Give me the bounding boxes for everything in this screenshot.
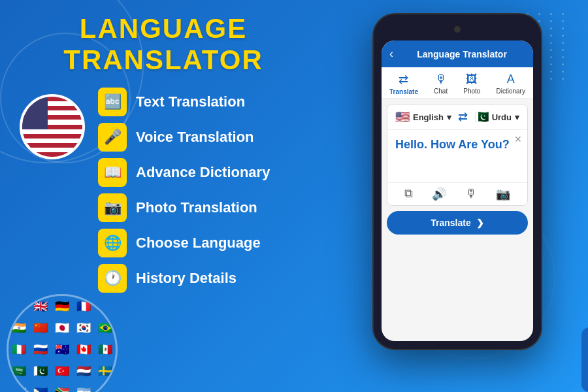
translator-area: 🇺🇸 English ▾ ⇄ 🇵🇰 Urdu ▾ Hello. How Are … (387, 104, 528, 206)
feature-icon-photo-translation: 📷 (98, 193, 127, 222)
feature-item-photo-translation[interactable]: 📷Photo Translation (98, 193, 307, 222)
globe-flag-23: 🇦🇷 (73, 382, 94, 392)
photo-nav-icon: 🖼 (466, 73, 478, 86)
feature-label-photo-translation: Photo Translation (136, 199, 257, 216)
nav-chat-label: Chat (434, 88, 448, 95)
nav-chat[interactable]: 🎙 Chat (434, 73, 448, 95)
source-flag: 🇺🇸 (395, 110, 410, 124)
phone-camera (454, 26, 461, 33)
feature-label-text-translation: Text Translation (136, 93, 245, 110)
right-panel: ‹ Language Translator ⇄ Translate 🎙 Chat… (327, 0, 588, 392)
globe-flag-20: 🇵🇱 (8, 382, 30, 392)
source-lang-chevron: ▾ (447, 112, 451, 122)
feature-icon-history-details: 🕐 (98, 264, 127, 293)
target-lang-label: Urdu (492, 112, 512, 122)
globe-flag-2: 🇩🇪 (52, 296, 73, 318)
translate-btn-arrow: ❯ (476, 218, 484, 228)
nav-translate[interactable]: ⇄ Translate (389, 73, 418, 95)
globe-flag-5: 🇮🇳 (8, 318, 30, 339)
globe-container: 🇺🇸🇬🇧🇩🇪🇫🇷🇪🇸🇮🇳🇨🇳🇯🇵🇰🇷🇧🇷🇮🇹🇷🇺🇦🇺🇨🇦🇲🇽🇸🇦🇵🇰🇹🇷🇳🇱🇸🇪… (7, 294, 118, 392)
phone-mockup: ‹ Language Translator ⇄ Translate 🎙 Chat… (372, 13, 542, 350)
phone-notch (431, 22, 483, 37)
feature-item-voice-translation[interactable]: 🎤Voice Translation (98, 123, 307, 152)
target-lang-chevron: ▾ (515, 112, 519, 122)
globe-flag-16: 🇵🇰 (30, 360, 52, 382)
globe-flag-15: 🇸🇦 (8, 360, 30, 382)
feature-icon-text-translation: 🔤 (98, 88, 127, 116)
feature-label-history-details: History Details (136, 270, 237, 287)
globe-flag-8: 🇰🇷 (73, 318, 94, 339)
feature-item-choose-language[interactable]: 🌐Choose Language (98, 229, 307, 257)
us-flag (22, 97, 82, 157)
feature-label-choose-language: Choose Language (136, 235, 261, 252)
input-text: Hello. How Are You? (395, 138, 519, 152)
globe-flag-22: 🇿🇦 (52, 382, 73, 392)
source-lang-btn[interactable]: 🇺🇸 English ▾ (395, 110, 451, 124)
phone-header-title: Language Translator (399, 49, 525, 59)
globe-flag-19: 🇸🇪 (94, 360, 116, 382)
dict-nav-icon: A (507, 73, 515, 86)
feature-item-history-details[interactable]: 🕐History Details (98, 264, 307, 293)
nav-dictionary[interactable]: A Dictionary (496, 73, 525, 95)
globe-flag-14: 🇲🇽 (94, 339, 116, 361)
translate-btn-label: Translate (431, 218, 470, 228)
feature-item-advance-dictionary[interactable]: 📖Advance Dictionary (98, 158, 307, 187)
copy-icon[interactable]: ⧉ (404, 187, 413, 201)
nav-translate-label: Translate (389, 88, 418, 95)
globe-flag-6: 🇨🇳 (30, 318, 52, 339)
target-flag: 🇵🇰 (474, 110, 489, 124)
feature-icon-voice-translation: 🎤 (98, 123, 127, 152)
nav-photo[interactable]: 🖼 Photo (463, 73, 480, 95)
globe-flag-1: 🇬🇧 (30, 296, 52, 318)
phone-nav: ⇄ Translate 🎙 Chat 🖼 Photo A Dictionary (382, 67, 533, 99)
globe-flag-21: 🇵🇭 (30, 382, 52, 392)
features-list: 🔤Text Translation🎤Voice Translation📖Adva… (98, 88, 307, 299)
globe-flag-7: 🇯🇵 (52, 318, 73, 339)
globe-flag-0: 🇺🇸 (8, 296, 30, 318)
globe-flag-12: 🇦🇺 (52, 339, 73, 361)
globe-flags: 🇺🇸🇬🇧🇩🇪🇫🇷🇪🇸🇮🇳🇨🇳🇯🇵🇰🇷🇧🇷🇮🇹🇷🇺🇦🇺🇨🇦🇲🇽🇸🇦🇵🇰🇹🇷🇳🇱🇸🇪… (7, 294, 118, 392)
volume-icon[interactable]: 🔊 (432, 187, 446, 201)
translate-button[interactable]: Translate ❯ (387, 211, 528, 235)
globe-flag-11: 🇷🇺 (30, 339, 52, 361)
close-input-btn[interactable]: ✕ (514, 134, 522, 144)
back-icon[interactable]: ‹ (389, 47, 393, 61)
us-flag-circle (20, 94, 85, 159)
globe-flag-3: 🇫🇷 (73, 296, 94, 318)
globe-flag-4: 🇪🇸 (94, 296, 116, 318)
phone-header: ‹ Language Translator (382, 41, 533, 67)
app-title: LANGUAGE TRANSLATOR (20, 13, 307, 76)
phone-screen: ‹ Language Translator ⇄ Translate 🎙 Chat… (382, 41, 533, 341)
camera-icon[interactable]: 📷 (496, 187, 510, 201)
lang-selector: 🇺🇸 English ▾ ⇄ 🇵🇰 Urdu ▾ (387, 105, 527, 130)
feature-item-text-translation[interactable]: 🔤Text Translation (98, 88, 307, 116)
chat-nav-icon: 🎙 (435, 73, 447, 86)
source-lang-label: English (413, 112, 444, 122)
feature-label-voice-translation: Voice Translation (136, 129, 254, 146)
nav-photo-label: Photo (463, 88, 480, 95)
features-section: 🔤Text Translation🎤Voice Translation📖Adva… (20, 88, 307, 299)
globe-flag-9: 🇧🇷 (94, 318, 116, 339)
feature-icon-advance-dictionary: 📖 (98, 158, 127, 187)
globe-flag-18: 🇳🇱 (73, 360, 94, 382)
feature-label-advance-dictionary: Advance Dictionary (136, 164, 270, 181)
nav-dict-label: Dictionary (496, 88, 525, 95)
feature-icon-choose-language: 🌐 (98, 229, 127, 257)
translate-nav-icon: ⇄ (399, 73, 408, 87)
input-actions: ⧉ 🔊 🎙 📷 (387, 182, 527, 205)
globe-flag-24: 🇺🇦 (94, 382, 116, 392)
target-lang-btn[interactable]: 🇵🇰 Urdu ▾ (474, 110, 519, 124)
left-panel: LANGUAGE TRANSLATOR 🔤Text Translation🎤Vo… (0, 0, 327, 392)
mic-icon[interactable]: 🎙 (465, 187, 477, 201)
globe-flag-10: 🇮🇹 (8, 339, 30, 361)
globe-flag-13: 🇨🇦 (73, 339, 94, 361)
swap-icon[interactable]: ⇄ (458, 110, 468, 124)
main-container: LANGUAGE TRANSLATOR 🔤Text Translation🎤Vo… (0, 0, 588, 392)
input-area: Hello. How Are You? ✕ (387, 130, 527, 182)
globe-flag-17: 🇹🇷 (52, 360, 73, 382)
output-panel: ہیلو۔ آپ کیسے ہیں؟ 🔊 ⧉ ⛶ (581, 327, 588, 392)
